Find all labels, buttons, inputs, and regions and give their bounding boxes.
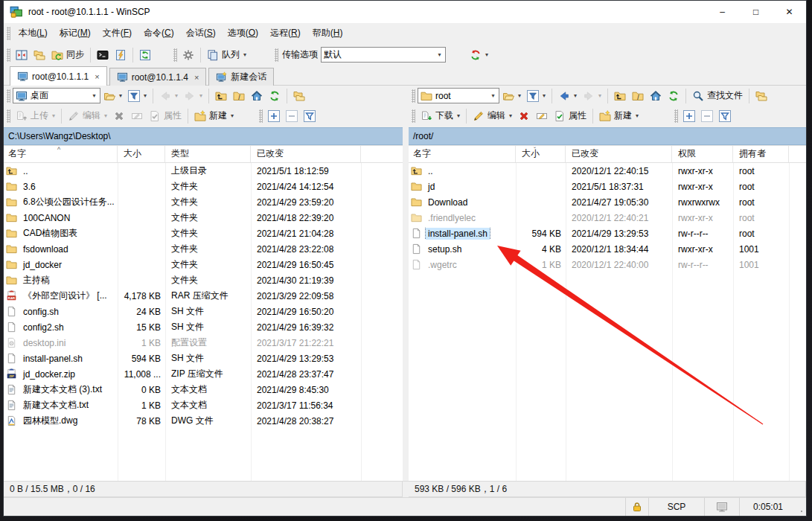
menu-item[interactable]: 选项(O) bbox=[222, 23, 264, 43]
remote-root-directory-button[interactable]: / bbox=[629, 87, 647, 105]
file-row[interactable]: config2.sh15 KBSH 文件2021/4/29 16:39:32 bbox=[4, 319, 403, 335]
local-forward-button[interactable]: ▾ bbox=[181, 87, 205, 105]
file-row[interactable]: install-panel.sh594 KBSH 文件2021/4/29 13:… bbox=[4, 351, 403, 366]
remote-rename-button[interactable] bbox=[533, 107, 551, 125]
find-files-button[interactable]: 查找文件 bbox=[689, 87, 746, 105]
column-header-3[interactable]: 类型 bbox=[165, 146, 251, 162]
protocol-cell[interactable]: SCP bbox=[648, 498, 704, 516]
minimize-button[interactable]: – bbox=[706, 1, 739, 23]
session-tab[interactable]: root@10.1.1.1× bbox=[10, 66, 107, 86]
remote-follow-local-button[interactable] bbox=[752, 87, 770, 105]
remote-home-directory-button[interactable] bbox=[647, 87, 665, 105]
remote-properties-button[interactable]: 属性 bbox=[551, 107, 589, 125]
preferences-panes-button[interactable] bbox=[13, 46, 31, 64]
file-row[interactable]: ..2020/12/1 22:40:15rwxr-xr-xroot bbox=[409, 163, 806, 179]
menu-item[interactable]: 本地(L) bbox=[13, 23, 54, 43]
menu-item[interactable]: 命令(C) bbox=[138, 23, 180, 43]
column-header-2[interactable]: 大小 bbox=[118, 146, 165, 162]
file-row[interactable]: 3.6文件夹2021/4/24 14:12:54 bbox=[4, 179, 403, 194]
file-row[interactable]: RAR《外部空间设计》 [...4,178 KBRAR 压缩文件2021/3/2… bbox=[4, 288, 403, 304]
local-refresh-button[interactable] bbox=[266, 87, 284, 105]
local-delete-button[interactable] bbox=[110, 107, 128, 125]
remote-path-bar[interactable]: /root/ bbox=[409, 127, 806, 145]
remote-refresh-button[interactable] bbox=[665, 87, 682, 105]
file-row[interactable]: config.sh24 KBSH 文件2021/4/29 16:50:20 bbox=[4, 304, 403, 319]
file-row[interactable]: 新建文本文档 (3).txt0 KB文本文档2021/4/29 8:45:30 bbox=[4, 382, 403, 397]
column-header-4[interactable]: 已改变 bbox=[251, 146, 361, 162]
file-row[interactable]: 主持稿文件夹2021/4/30 21:19:39 bbox=[4, 272, 403, 288]
local-parent-directory-button[interactable] bbox=[212, 87, 230, 105]
session-tab[interactable]: 新建会话 bbox=[208, 68, 274, 86]
local-home-directory-button[interactable] bbox=[248, 87, 266, 105]
file-row[interactable]: .friendlyelec2020/12/1 22:40:21rwxr-xr-x… bbox=[409, 210, 806, 226]
download-button[interactable]: 下载▾ bbox=[418, 107, 463, 125]
file-row[interactable]: Download2021/4/27 19:05:30rwxrwxrwxroot bbox=[409, 194, 806, 210]
column-header-2[interactable]: 大小 bbox=[516, 146, 566, 162]
remote-edit-button[interactable]: 编辑▾ bbox=[470, 107, 515, 125]
column-header-1[interactable]: 名字 bbox=[4, 146, 118, 162]
tab-close-icon[interactable]: × bbox=[194, 73, 199, 82]
file-row[interactable]: install-panel.sh594 KB2021/4/29 13:29:53… bbox=[409, 226, 806, 241]
remote-open-directory-button[interactable]: ▾ bbox=[499, 87, 524, 105]
remote-select-button[interactable] bbox=[680, 107, 698, 125]
column-header-5[interactable]: 拥有者 bbox=[733, 146, 789, 162]
encryption-cell[interactable] bbox=[625, 498, 648, 516]
column-header-4[interactable]: 权限 bbox=[672, 146, 733, 162]
local-filter-button[interactable]: ▾ bbox=[125, 87, 150, 105]
local-new-button[interactable]: 新建▾ bbox=[191, 107, 237, 125]
local-edit-button[interactable]: 编辑▾ bbox=[65, 107, 110, 125]
local-path-bar[interactable]: C:\Users\Wangz\Desktop\ bbox=[4, 127, 403, 145]
tab-close-icon[interactable]: × bbox=[95, 72, 99, 81]
file-row[interactable]: fsdownload文件夹2021/4/28 23:22:08 bbox=[4, 241, 403, 257]
local-back-button[interactable]: ▾ bbox=[156, 87, 181, 105]
column-header-3[interactable]: 已改变 bbox=[566, 146, 672, 162]
local-drive-combo[interactable]: 桌面 ▾ bbox=[13, 88, 100, 103]
synchronize-button[interactable]: 同步 bbox=[48, 46, 87, 64]
remote-selection-filter-button[interactable] bbox=[716, 107, 734, 125]
queue-button[interactable]: 队列▾ bbox=[204, 46, 249, 64]
file-row[interactable]: 100CANON文件夹2021/4/18 22:39:20 bbox=[4, 210, 403, 226]
remote-unselect-button[interactable] bbox=[698, 107, 716, 125]
resize-grip[interactable] bbox=[796, 498, 806, 516]
remote-forward-button[interactable]: ▾ bbox=[580, 87, 604, 105]
file-row[interactable]: ..上级目录2021/5/1 18:12:59 bbox=[4, 163, 403, 179]
session-tab[interactable]: root@10.1.1.4× bbox=[109, 68, 207, 86]
close-button[interactable]: ✕ bbox=[773, 1, 806, 23]
swap-panels-button[interactable] bbox=[31, 46, 48, 64]
menu-item[interactable]: 会话(S) bbox=[180, 23, 222, 43]
local-open-directory-button[interactable]: ▾ bbox=[100, 87, 125, 105]
column-header-1[interactable]: 名字 bbox=[409, 146, 516, 162]
transfer-preset-combo[interactable]: 默认 ▾ bbox=[321, 47, 446, 63]
local-select-button[interactable] bbox=[265, 107, 283, 125]
refresh-panels-button[interactable] bbox=[136, 46, 154, 64]
file-row[interactable]: desktop.ini1 KB配置设置2021/3/17 21:22:21 bbox=[4, 335, 403, 351]
local-unselect-button[interactable] bbox=[283, 107, 301, 125]
remote-new-button[interactable]: 新建▾ bbox=[596, 107, 642, 125]
menu-item[interactable]: 远程(R) bbox=[264, 23, 307, 43]
menu-item[interactable]: 标记(M) bbox=[54, 23, 97, 43]
remote-drive-combo[interactable]: root ▾ bbox=[418, 88, 499, 103]
file-row[interactable]: setup.sh4 KB2020/12/1 18:34:44rwxr-xr-x1… bbox=[409, 241, 806, 257]
file-row[interactable]: .wgetrc1 KB2020/12/1 22:40:00rw-r--r--10… bbox=[409, 257, 806, 272]
remote-back-button[interactable]: ▾ bbox=[555, 87, 580, 105]
remote-filter-button[interactable]: ▾ bbox=[524, 87, 549, 105]
title-bar[interactable]: root - root@10.1.1.1 - WinSCP – □ ✕ bbox=[4, 1, 806, 23]
file-row[interactable]: jd2021/5/1 18:37:31rwxr-xr-xroot bbox=[409, 179, 806, 194]
file-row[interactable]: 新建文本文档.txt1 KB文本文档2021/3/17 11:56:34 bbox=[4, 397, 403, 413]
local-properties-button[interactable]: 属性 bbox=[146, 107, 185, 125]
menu-item[interactable]: 帮助(H) bbox=[307, 23, 349, 43]
remote-parent-directory-button[interactable] bbox=[611, 87, 629, 105]
file-row[interactable]: 6.8公顷公园设计任务...文件夹2021/4/29 23:59:20 bbox=[4, 194, 403, 210]
open-terminal-button[interactable] bbox=[94, 46, 112, 64]
file-row[interactable]: 园林模型.dwg78 KBDWG 文件2021/4/28 20:38:27 bbox=[4, 413, 403, 429]
file-row[interactable]: CAD植物图表文件夹2021/4/21 21:04:28 bbox=[4, 226, 403, 241]
panel-splitter[interactable] bbox=[403, 86, 409, 481]
file-row[interactable]: ZIPjd_docker.zip11,008 ...ZIP 压缩文件2021/4… bbox=[4, 366, 403, 382]
local-root-directory-button[interactable]: / bbox=[230, 87, 248, 105]
local-rename-button[interactable] bbox=[128, 107, 146, 125]
local-selection-filter-button[interactable] bbox=[301, 107, 319, 125]
transfer-preset-cycle-button[interactable]: ▾ bbox=[467, 46, 491, 64]
file-row[interactable]: jd_docker文件夹2021/4/29 16:50:45 bbox=[4, 257, 403, 272]
maximize-button[interactable]: □ bbox=[739, 1, 773, 23]
local-follow-remote-button[interactable] bbox=[290, 87, 308, 105]
